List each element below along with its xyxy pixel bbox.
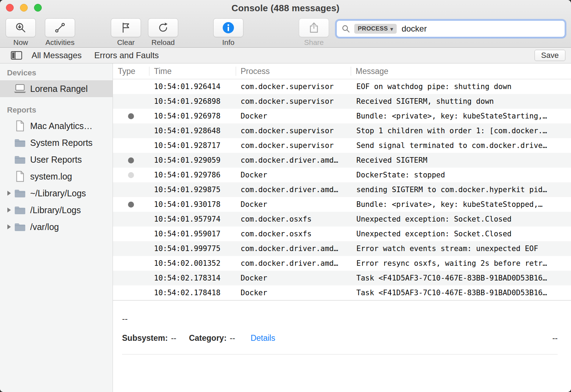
reload-button-label: Reload xyxy=(152,38,175,47)
table-row[interactable]: 10:54:01.957974com.docker.osxfsUnexpecte… xyxy=(113,212,571,227)
sidebar-item-system-reports[interactable]: System Reports xyxy=(0,134,113,151)
search-field[interactable]: PROCESS ▾ docker xyxy=(337,21,565,37)
disclosure-triangle-icon[interactable] xyxy=(5,208,13,212)
sidebar-item-var-log[interactable]: /var/log xyxy=(0,218,113,235)
activities-button-face[interactable] xyxy=(45,18,75,37)
info-icon xyxy=(222,21,235,34)
sidebar-item-label: /Library/Logs xyxy=(30,205,81,215)
time-cell: 10:54:02.178314 xyxy=(149,274,236,282)
tab-errors-and-faults[interactable]: Errors and Faults xyxy=(94,50,159,60)
detail-meta: Subsystem: -- Category: -- Details -- xyxy=(122,333,558,343)
column-header-type[interactable]: Type xyxy=(113,63,149,79)
message-cell: Received SIGTERM, shutting down xyxy=(351,97,571,106)
dark-type-dot-icon xyxy=(128,113,134,119)
sidebar-item-label: system.log xyxy=(30,171,72,182)
reload-icon xyxy=(157,22,169,34)
type-cell xyxy=(113,202,149,208)
search-input-value[interactable]: docker xyxy=(402,24,427,34)
table-row[interactable]: 10:54:01.928648com.docker.supervisorStop… xyxy=(113,123,571,138)
column-header-message[interactable]: Message xyxy=(351,63,571,79)
process-filter-token[interactable]: PROCESS ▾ xyxy=(354,24,397,34)
process-cell: com.docker.supervisor xyxy=(236,127,351,135)
activities-button[interactable]: Activities xyxy=(45,18,75,47)
column-header-process[interactable]: Process xyxy=(236,63,351,79)
column-header-time[interactable]: Time xyxy=(149,63,236,79)
titlebar: Console (488 messages) xyxy=(0,0,571,16)
sidebar-item-library-logs[interactable]: ~/Library/Logs xyxy=(0,185,113,202)
table-row[interactable]: 10:54:02.178418DockerTask <F41D5AF3-7C10… xyxy=(113,285,571,300)
process-cell: Docker xyxy=(236,112,351,120)
disclosure-triangle-icon[interactable] xyxy=(5,191,13,196)
time-cell: 10:54:01.928717 xyxy=(149,141,236,150)
now-icon xyxy=(15,22,27,34)
window-title: Console (488 messages) xyxy=(231,3,340,14)
time-cell: 10:54:01.926414 xyxy=(149,82,236,91)
console-window: Console (488 messages) Now xyxy=(0,0,571,392)
share-button-face[interactable] xyxy=(299,18,329,37)
info-button[interactable]: Info xyxy=(213,18,243,47)
disclosure-triangle-icon xyxy=(5,174,13,179)
table-row[interactable]: 10:54:01.926898com.docker.supervisorRece… xyxy=(113,94,571,109)
now-button-face[interactable] xyxy=(6,18,36,37)
share-button[interactable]: Share xyxy=(299,18,329,47)
sidebar-item-library-logs[interactable]: /Library/Logs xyxy=(0,202,113,218)
zoom-button[interactable] xyxy=(34,4,42,12)
document-icon xyxy=(13,120,27,131)
close-button[interactable] xyxy=(6,4,14,12)
clear-button[interactable]: Clear xyxy=(111,18,141,47)
message-cell: Bundle: <private>, key: kubeStateStartin… xyxy=(351,112,571,120)
time-cell: 10:54:02.001352 xyxy=(149,259,236,268)
message-cell: Task <F41D5AF3-7C10-467E-83BB-91BAD0D53B… xyxy=(351,289,571,297)
message-cell: Error watch events stream: unexpected EO… xyxy=(351,244,571,253)
process-cell: com.docker.supervisor xyxy=(236,82,351,91)
sidebar-toggle-button[interactable] xyxy=(11,50,22,60)
sidebar-item-label: System Reports xyxy=(30,138,93,148)
table-row[interactable]: 10:54:01.929875com.docker.driver.amd…sen… xyxy=(113,182,571,197)
table-row[interactable]: 10:54:01.928717com.docker.supervisorSend… xyxy=(113,138,571,153)
type-cell xyxy=(113,157,149,163)
process-cell: com.docker.driver.amd… xyxy=(236,244,351,253)
table-row[interactable]: 10:54:01.926978DockerBundle: <private>, … xyxy=(113,109,571,123)
disclosure-triangle-icon[interactable] xyxy=(5,224,13,229)
table-row[interactable]: 10:54:01.930178DockerBundle: <private>, … xyxy=(113,197,571,212)
table-row[interactable]: 10:54:01.929786DockerDockerState: stoppe… xyxy=(113,168,571,182)
table-row[interactable]: 10:54:02.178314DockerTask <F41D5AF3-7C10… xyxy=(113,271,571,285)
time-cell: 10:54:01.929786 xyxy=(149,171,236,179)
clear-button-face[interactable] xyxy=(111,18,141,37)
time-cell: 10:54:01.929059 xyxy=(149,156,236,164)
time-cell: 10:54:01.926898 xyxy=(149,97,236,106)
table-row[interactable]: 10:54:01.999775com.docker.driver.amd…Err… xyxy=(113,241,571,256)
process-cell: Docker xyxy=(236,171,351,179)
window-chrome: Console (488 messages) Now xyxy=(0,0,571,48)
table-row[interactable]: 10:54:02.001352com.docker.driver.amd…Err… xyxy=(113,256,571,271)
save-button[interactable]: Save xyxy=(535,50,565,61)
time-cell: 10:54:01.926978 xyxy=(149,112,236,120)
sidebar-item-system-log[interactable]: system.log xyxy=(0,168,113,185)
table-row[interactable]: 10:54:01.929059com.docker.driver.amd…Rec… xyxy=(113,153,571,168)
sidebar-item-user-reports[interactable]: User Reports xyxy=(0,151,113,168)
process-cell: com.docker.supervisor xyxy=(236,141,351,150)
minimize-button[interactable] xyxy=(20,4,28,12)
table-row[interactable]: 10:54:01.959017com.docker.osxfsUnexpecte… xyxy=(113,227,571,241)
reload-button-face[interactable] xyxy=(148,18,178,37)
message-cell: Unexpected exception: Socket.Closed xyxy=(351,230,571,238)
process-cell: com.docker.driver.amd… xyxy=(236,259,351,268)
time-cell: 10:54:01.957974 xyxy=(149,215,236,223)
details-link[interactable]: Details xyxy=(250,333,275,343)
info-button-face[interactable] xyxy=(213,18,243,37)
tab-all-messages[interactable]: All Messages xyxy=(32,50,82,60)
subsystem-value: -- xyxy=(171,333,176,343)
message-cell: EOF on watchdog pipe: shutting down xyxy=(351,82,571,91)
process-cell: com.docker.supervisor xyxy=(236,97,351,106)
reload-button[interactable]: Reload xyxy=(148,18,178,47)
sidebar-item-lorena-rangel[interactable]: Lorena Rangel xyxy=(0,80,113,97)
disclosure-triangle-icon xyxy=(5,157,13,162)
table-row[interactable]: 10:54:01.926414com.docker.supervisorEOF … xyxy=(113,79,571,94)
now-button-label: Now xyxy=(13,38,28,47)
sidebar-item-mac-analytics[interactable]: Mac Analytics… xyxy=(0,117,113,134)
now-button[interactable]: Now xyxy=(6,18,36,47)
process-cell: Docker xyxy=(236,274,351,282)
message-cell: Send signal terminated to com.docker.dri… xyxy=(351,141,571,150)
sidebar-sections: DevicesLorena RangelReportsMac Analytics… xyxy=(0,66,113,235)
log-rows: 10:54:01.926414com.docker.supervisorEOF … xyxy=(113,79,571,300)
